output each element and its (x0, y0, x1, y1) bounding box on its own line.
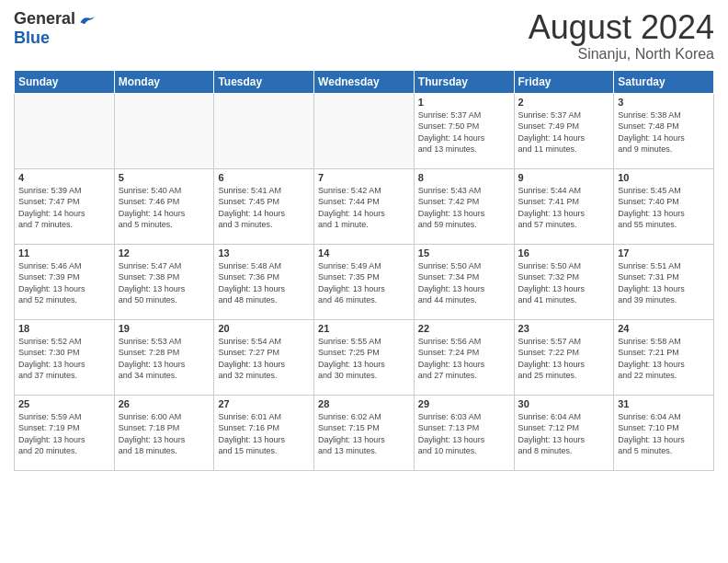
title-area: August 2024 Sinanju, North Korea (529, 9, 714, 63)
day-number: 19 (119, 323, 210, 334)
table-row: 5Sunrise: 5:40 AMSunset: 7:46 PMDaylight… (114, 168, 214, 244)
col-thursday: Thursday (414, 70, 514, 93)
table-row (15, 93, 115, 168)
day-number: 21 (318, 323, 410, 334)
day-info: Sunrise: 5:53 AMSunset: 7:28 PMDaylight:… (119, 336, 210, 382)
day-number: 14 (318, 247, 410, 259)
day-info: Sunrise: 5:39 AMSunset: 7:47 PMDaylight:… (18, 185, 110, 231)
table-row: 1Sunrise: 5:37 AMSunset: 7:50 PMDaylight… (414, 93, 514, 168)
day-info: Sunrise: 5:37 AMSunset: 7:49 PMDaylight:… (518, 109, 610, 155)
day-number: 18 (18, 323, 110, 334)
table-row: 9Sunrise: 5:44 AMSunset: 7:41 PMDaylight… (514, 168, 614, 244)
calendar-table: Sunday Monday Tuesday Wednesday Thursday… (14, 70, 714, 471)
table-row: 13Sunrise: 5:48 AMSunset: 7:36 PMDayligh… (214, 244, 314, 319)
table-row: 28Sunrise: 6:02 AMSunset: 7:15 PMDayligh… (314, 395, 415, 470)
day-number: 17 (618, 247, 710, 259)
table-row: 10Sunrise: 5:45 AMSunset: 7:40 PMDayligh… (614, 168, 714, 244)
day-info: Sunrise: 5:52 AMSunset: 7:30 PMDaylight:… (18, 336, 110, 382)
col-friday: Friday (514, 70, 614, 93)
day-number: 6 (218, 172, 310, 183)
table-row: 16Sunrise: 5:50 AMSunset: 7:32 PMDayligh… (514, 244, 614, 319)
day-info: Sunrise: 5:50 AMSunset: 7:34 PMDaylight:… (418, 260, 510, 306)
day-info: Sunrise: 5:59 AMSunset: 7:19 PMDaylight:… (18, 411, 110, 457)
day-info: Sunrise: 5:44 AMSunset: 7:41 PMDaylight:… (518, 185, 610, 231)
logo-blue-text: Blue (14, 29, 50, 48)
col-wednesday: Wednesday (314, 70, 415, 93)
day-info: Sunrise: 5:50 AMSunset: 7:32 PMDaylight:… (518, 260, 610, 306)
day-info: Sunrise: 5:55 AMSunset: 7:25 PMDaylight:… (318, 336, 410, 382)
day-number: 15 (418, 247, 510, 259)
day-info: Sunrise: 6:03 AMSunset: 7:13 PMDaylight:… (418, 411, 510, 457)
day-info: Sunrise: 5:37 AMSunset: 7:50 PMDaylight:… (418, 109, 510, 155)
table-row: 23Sunrise: 5:57 AMSunset: 7:22 PMDayligh… (514, 319, 614, 395)
day-number: 20 (218, 323, 310, 334)
day-info: Sunrise: 6:02 AMSunset: 7:15 PMDaylight:… (318, 411, 410, 457)
day-number: 22 (418, 323, 510, 334)
day-info: Sunrise: 5:45 AMSunset: 7:40 PMDaylight:… (618, 185, 710, 231)
day-info: Sunrise: 6:01 AMSunset: 7:16 PMDaylight:… (218, 411, 310, 457)
logo: General Blue (14, 9, 96, 48)
day-number: 1 (418, 97, 510, 108)
day-info: Sunrise: 5:54 AMSunset: 7:27 PMDaylight:… (218, 336, 310, 382)
day-number: 24 (618, 323, 710, 334)
day-number: 23 (518, 323, 610, 334)
table-row: 24Sunrise: 5:58 AMSunset: 7:21 PMDayligh… (614, 319, 714, 395)
table-row: 26Sunrise: 6:00 AMSunset: 7:18 PMDayligh… (114, 395, 214, 470)
table-row: 29Sunrise: 6:03 AMSunset: 7:13 PMDayligh… (414, 395, 514, 470)
table-row: 11Sunrise: 5:46 AMSunset: 7:39 PMDayligh… (15, 244, 115, 319)
day-info: Sunrise: 5:58 AMSunset: 7:21 PMDaylight:… (618, 336, 710, 382)
day-info: Sunrise: 5:51 AMSunset: 7:31 PMDaylight:… (618, 260, 710, 306)
calendar-week-row: 4Sunrise: 5:39 AMSunset: 7:47 PMDaylight… (15, 168, 714, 244)
table-row: 6Sunrise: 5:41 AMSunset: 7:45 PMDaylight… (214, 168, 314, 244)
table-row: 3Sunrise: 5:38 AMSunset: 7:48 PMDaylight… (614, 93, 714, 168)
day-number: 25 (18, 398, 110, 409)
day-info: Sunrise: 5:49 AMSunset: 7:35 PMDaylight:… (318, 260, 410, 306)
table-row: 18Sunrise: 5:52 AMSunset: 7:30 PMDayligh… (15, 319, 115, 395)
day-number: 26 (119, 398, 210, 409)
table-row: 14Sunrise: 5:49 AMSunset: 7:35 PMDayligh… (314, 244, 415, 319)
calendar-week-row: 11Sunrise: 5:46 AMSunset: 7:39 PMDayligh… (15, 244, 714, 319)
table-row: 17Sunrise: 5:51 AMSunset: 7:31 PMDayligh… (614, 244, 714, 319)
day-number: 28 (318, 398, 410, 409)
day-info: Sunrise: 5:46 AMSunset: 7:39 PMDaylight:… (18, 260, 110, 306)
day-number: 12 (119, 247, 210, 259)
day-info: Sunrise: 5:48 AMSunset: 7:36 PMDaylight:… (218, 260, 310, 306)
table-row (314, 93, 415, 168)
col-sunday: Sunday (15, 70, 115, 93)
table-row: 25Sunrise: 5:59 AMSunset: 7:19 PMDayligh… (15, 395, 115, 470)
calendar-week-row: 18Sunrise: 5:52 AMSunset: 7:30 PMDayligh… (15, 319, 714, 395)
day-number: 3 (618, 97, 710, 108)
day-number: 5 (119, 172, 210, 183)
table-row: 2Sunrise: 5:37 AMSunset: 7:49 PMDaylight… (514, 93, 614, 168)
table-row: 7Sunrise: 5:42 AMSunset: 7:44 PMDaylight… (314, 168, 415, 244)
table-row: 19Sunrise: 5:53 AMSunset: 7:28 PMDayligh… (114, 319, 214, 395)
logo-bird-icon (77, 10, 96, 29)
day-number: 27 (218, 398, 310, 409)
calendar-week-row: 1Sunrise: 5:37 AMSunset: 7:50 PMDaylight… (15, 93, 714, 168)
day-info: Sunrise: 5:42 AMSunset: 7:44 PMDaylight:… (318, 185, 410, 231)
day-info: Sunrise: 5:56 AMSunset: 7:24 PMDaylight:… (418, 336, 510, 382)
header: General Blue August 2024 Sinanju, North … (14, 9, 714, 63)
day-number: 13 (218, 247, 310, 259)
day-number: 8 (418, 172, 510, 183)
table-row: 15Sunrise: 5:50 AMSunset: 7:34 PMDayligh… (414, 244, 514, 319)
day-info: Sunrise: 5:57 AMSunset: 7:22 PMDaylight:… (518, 336, 610, 382)
table-row: 31Sunrise: 6:04 AMSunset: 7:10 PMDayligh… (614, 395, 714, 470)
table-row (114, 93, 214, 168)
table-row: 20Sunrise: 5:54 AMSunset: 7:27 PMDayligh… (214, 319, 314, 395)
table-row (214, 93, 314, 168)
day-info: Sunrise: 5:47 AMSunset: 7:38 PMDaylight:… (119, 260, 210, 306)
main-container: General Blue August 2024 Sinanju, North … (0, 0, 728, 480)
table-row: 4Sunrise: 5:39 AMSunset: 7:47 PMDaylight… (15, 168, 115, 244)
table-row: 22Sunrise: 5:56 AMSunset: 7:24 PMDayligh… (414, 319, 514, 395)
day-number: 10 (618, 172, 710, 183)
calendar-header-row: Sunday Monday Tuesday Wednesday Thursday… (15, 70, 714, 93)
logo-general-text: General (14, 9, 75, 29)
page-subtitle: Sinanju, North Korea (529, 46, 714, 63)
day-info: Sunrise: 6:00 AMSunset: 7:18 PMDaylight:… (119, 411, 210, 457)
day-number: 29 (418, 398, 510, 409)
day-number: 9 (518, 172, 610, 183)
table-row: 8Sunrise: 5:43 AMSunset: 7:42 PMDaylight… (414, 168, 514, 244)
page-title: August 2024 (529, 9, 714, 46)
day-info: Sunrise: 5:41 AMSunset: 7:45 PMDaylight:… (218, 185, 310, 231)
